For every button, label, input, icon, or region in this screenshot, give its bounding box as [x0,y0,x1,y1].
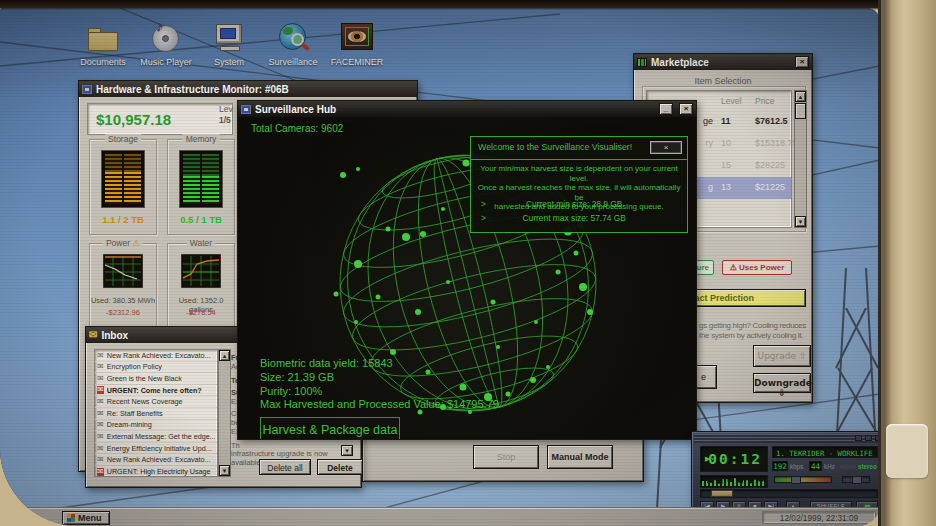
seek-handle[interactable] [711,490,733,497]
dialog-title: Welcome to the Surveillance Visualiser! [478,142,632,152]
message-row[interactable]: ✉Dream-mining [95,420,217,432]
marketplace-titlebar[interactable]: Marketplace × [634,54,812,70]
desktop: Documents ♪ Music Player System S [0,8,880,526]
harvest-value: Max Harvested and Processed Value: $1479… [260,398,499,412]
message-row[interactable]: ✉Encryption Policy [95,362,217,374]
power-label: Power [106,238,130,248]
section-label: Item Selection [634,76,812,86]
cooling-description: gs getting high? Cooling reduces the sys… [699,321,811,341]
total-cameras: Total Cameras: 9602 [251,123,343,134]
storage-meter [101,150,145,208]
envelope-icon: ✉ [89,330,97,340]
power-cost: -$2312.96 [90,308,156,317]
bezel-sticker [886,424,928,478]
biometric-yield: Biometric data yield: 15843 [260,357,499,371]
dialog-close-button[interactable]: × [650,141,682,154]
dialog-line1: Your min/max harvest size is dependent o… [475,164,683,183]
storage-group: Storage 1.1 / 2 TB [89,139,157,235]
bitrate-unit: kbps [790,463,803,470]
power-used: Used: 380.35 MWh [90,296,156,305]
computer-icon [211,20,247,54]
computer-icon [82,85,92,94]
stereo-indicator: stereo [858,463,877,470]
water-graph [181,254,221,288]
manual-mode-button[interactable]: Manual Mode [547,445,613,469]
balance-panel: $10,957.18 [87,103,233,135]
message-row[interactable]: ✉New Rank Achieved: Excavato... [95,454,217,466]
envelope-icon: ✉ [97,432,104,441]
prompt-glyph: > [481,199,486,209]
power-warning-icon: ⚠ [132,238,140,248]
bitrate-value: 192 [772,461,788,471]
marketplace-icon [637,58,647,67]
desktop-icon-documents[interactable]: Documents [71,20,135,67]
detail-scroll-down-icon[interactable]: ▼ [341,445,353,456]
scroll-up-icon[interactable]: ▲ [795,91,806,102]
water-group: Water Used: 1352.0 gallons -$278.54 [167,243,235,335]
window-title: Hardware & Infrastructure Monitor: #06B [96,84,289,95]
memory-value: 0.5 / 1 TB [168,214,234,225]
delete-button[interactable]: Delete [317,459,363,475]
storage-label: Storage [105,134,141,144]
welcome-dialog: Welcome to the Surveillance Visualiser! … [470,136,688,233]
scroll-thumb[interactable] [795,103,806,119]
message-row[interactable]: ✉External Message: Get the edge... [95,431,217,443]
minimize-icon[interactable] [855,435,862,441]
upgrade-button[interactable]: Upgrade ⇧ [753,345,811,367]
uses-power-badge: ⚠ Uses Power [722,260,792,275]
message-row-urgent[interactable]: ✉URGENT: High Electricity Usage [95,466,217,477]
close-icon[interactable]: × [679,103,693,115]
os-logo-icon [67,514,75,522]
item-list-scrollbar[interactable]: ▲ ▼ [794,90,807,228]
urgent-envelope-icon: ✉ [97,386,104,394]
window-title: Surveillance Hub [255,104,653,115]
urgent-envelope-icon: ✉ [97,468,104,476]
eye-scan-icon [339,20,375,54]
hardware-monitor-titlebar[interactable]: Hardware & Infrastructure Monitor: #06B [79,81,417,97]
window-title: Inbox [101,330,128,341]
desktop-icon-music-player[interactable]: ♪ Music Player [134,20,198,67]
downgrade-button[interactable]: Downgrade ⇩ [753,373,811,393]
globe-magnifier-icon [275,20,311,54]
balance-value: $10,957.18 [96,111,171,128]
harvest-stats: Biometric data yield: 15843 Size: 21.39 … [260,357,499,412]
seek-bar[interactable] [700,489,878,498]
message-row-urgent[interactable]: ✉URGENT: Come here often? [95,385,217,397]
delete-all-button[interactable]: Delete all [259,459,311,475]
scroll-down-icon[interactable]: ▼ [795,216,806,227]
stop-button[interactable]: Stop [473,445,539,469]
harvest-purity: Purity: 100% [260,385,499,399]
track-title: 1. TEKRIDER - WORKLIFE (3:48) [776,449,878,458]
envelope-icon: ✉ [97,455,104,464]
close-icon[interactable]: × [795,56,809,68]
max-size: Current max size: 57.74 GB [488,213,660,223]
desktop-icon-surveillance[interactable]: Surveillance [261,20,325,67]
harvest-size: Size: 21.39 GB [260,371,499,385]
harvest-package-button[interactable]: Harvest & Package data [260,417,400,439]
shade-icon[interactable] [865,435,872,441]
message-row[interactable]: ✉Recent News Coverage [95,396,217,408]
envelope-icon: ✉ [97,444,104,453]
message-row[interactable]: ✉Re: Staff Benefits [95,408,217,420]
message-row[interactable]: ✉New Rank Achieved: Excavato... [95,350,217,362]
memory-group: Memory 0.5 / 1 TB [167,139,235,235]
taskbar: Menu 12/02/1999, 22:31:09 [0,508,880,526]
surveillance-canvas: Total Cameras: 9602 Welcome to the Surve… [238,117,696,439]
desktop-icon-system[interactable]: System [197,20,261,67]
surveillance-hub-titlebar[interactable]: Surveillance Hub _ × [238,101,696,117]
minimize-icon[interactable]: _ [659,103,673,115]
envelope-icon: ✉ [97,362,104,371]
menu-button[interactable]: Menu [62,511,110,525]
envelope-icon: ✉ [97,351,104,360]
min-size: Current min size: 28.9 GB [488,199,660,209]
message-row[interactable]: ✉Green is the New Black [95,373,217,385]
spectrum-analyzer [700,475,768,488]
balance-slider[interactable] [842,476,870,483]
message-row[interactable]: ✉Energy Efficiency Initiative Upd... [95,443,217,455]
window-title: Marketplace [651,57,789,68]
envelope-icon: ✉ [97,409,104,418]
desktop-icon-faceminer[interactable]: FACEMINER [325,20,389,67]
level-value: 1/5 [219,115,231,125]
volume-slider[interactable] [774,476,832,483]
player-titlebar[interactable] [694,434,880,443]
